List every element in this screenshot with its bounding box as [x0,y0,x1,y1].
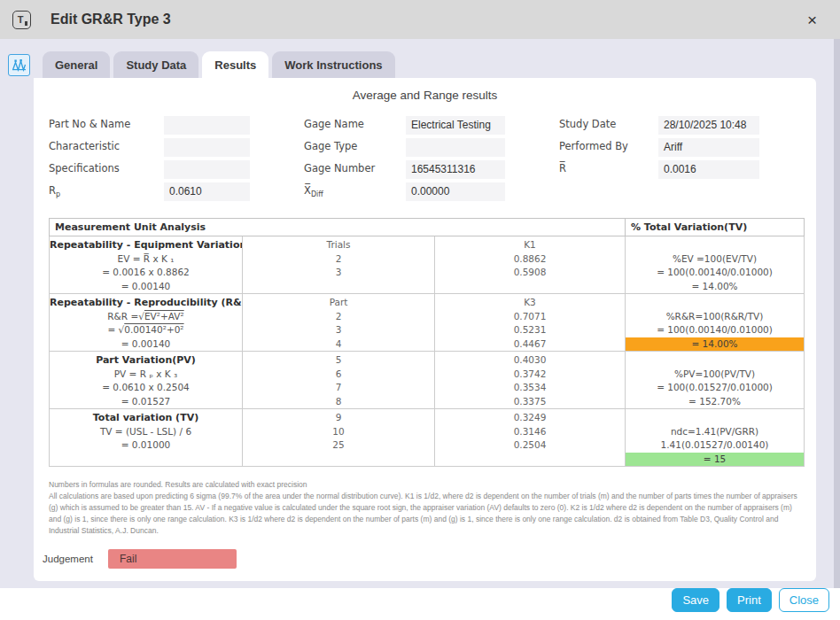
line: ndc=1.41(PV/GRR) [626,425,804,439]
measurement-analysis-table: Measurement Unit Analysis % Total Variat… [49,218,805,467]
part-no-field [164,116,250,135]
line: 0.3146 [435,425,625,439]
header-measurement-unit-analysis: Measurement Unit Analysis [50,219,626,236]
line: K3 [435,296,625,310]
rr-percent-cell: %R&R=100(R&R/TV) = 100(0.00140/0.01000) … [626,294,805,352]
line: 5 [243,353,434,368]
xdiff-field: 0.00000 [406,182,505,201]
line: = 14.00% [626,280,804,294]
results-panel: Average and Range results Part No & Name… [34,78,816,581]
table-header-row: Measurement Unit Analysis % Total Variat… [50,219,805,236]
line [626,411,804,425]
field-gage-type: Gage Type [304,138,505,157]
characteristic-field [164,138,250,157]
line: Repeatability - Reproducibility (R&R) [50,296,242,310]
highlight-value-green: = 15 [626,453,804,467]
tab-work-instructions[interactable]: Work Instructions [272,51,394,78]
line: 10 [243,425,434,439]
line: = 0.00140 [50,337,242,352]
footer-actions: Save Print Close [672,588,829,612]
specifications-field [164,160,250,179]
footnotes: Numbers in formulas are rounded. Results… [49,479,804,537]
line: 2 [243,252,434,267]
line: Repeatability - Equipment Variation (EV) [50,238,242,252]
study-date-label: Study Date [559,118,658,132]
footnote-line1: Numbers in formulas are rounded. Results… [49,479,804,491]
tv-formula-cell: Total variation (TV) TV = (USL - LSL) / … [50,409,243,467]
close-icon[interactable]: × [807,12,817,28]
row-ev: Repeatability - Equipment Variation (EV)… [50,236,805,294]
line: 3 [243,323,434,337]
specifications-label: Specifications [49,162,164,176]
tab-bar: General Study Data Results Work Instruct… [43,51,395,78]
field-group-middle: Gage Name Electrical Testing Gage Type G… [304,116,505,205]
rbar-field: 0.0016 [658,160,759,179]
ev-trials-cell: Trials 2 3 [243,236,435,294]
section-title: Average and Range results [34,89,816,102]
field-specifications: Specifications [49,160,250,179]
dialog-body: General Study Data Results Work Instruct… [0,39,836,588]
line: = 0.01000 [50,438,242,453]
judgement-badge: Fail [108,549,237,569]
ev-k1-cell: K1 0.8862 0.5908 [435,236,626,294]
dialog-title: Edit GR&R Type 3 [51,12,171,27]
rr-formula-cell: Repeatability - Reproducibility (R&R) R&… [50,294,243,352]
line: 0.4030 [435,353,625,368]
line: = 152.70% [626,395,804,409]
line: Part [243,296,434,310]
line: Trials [243,238,434,252]
highlight-value-orange: = 14.00% [626,337,804,352]
tv-ndc-cell: ndc=1.41(PV/GRR) 1.41(0.01527/0.00140) =… [626,409,805,467]
field-gage-number: Gage Number 16545311316 [304,160,505,179]
line: = 0.0016 x 0.8862 [50,266,242,280]
field-rbar: R̅ 0.0016 [559,160,759,179]
field-performed-by: Performed By Ariff [559,138,759,157]
line: K1 [435,238,625,252]
judgement-row: Judgement Fail [43,549,816,569]
gage-number-label: Gage Number [304,162,406,176]
text-template-icon: T [12,11,31,29]
scrollbar[interactable] [834,39,840,588]
line [626,353,804,368]
line: 1.41(0.01527/0.00140) [626,438,804,453]
tab-study-data[interactable]: Study Data [113,51,198,78]
line: 8 [243,395,434,409]
row-rr: Repeatability - Reproducibility (R&R) R&… [50,294,805,352]
line: 0.2504 [435,438,625,453]
line [243,453,434,467]
rr-k3-cell: K3 0.7071 0.5231 0.4467 [435,294,626,352]
line: Part Variation(PV) [50,353,242,368]
performed-by-field: Ariff [658,138,759,157]
line: %R&R=100(R&R/TV) [626,310,804,324]
field-group-left: Part No & Name Characteristic Specificat… [49,116,250,205]
line: 0.5908 [435,266,625,280]
save-button[interactable]: Save [672,588,719,612]
row-tv: Total variation (TV) TV = (USL - LSL) / … [50,409,805,467]
tab-general[interactable]: General [43,51,110,78]
field-xdiff: X̅Diff 0.00000 [304,182,505,201]
tv-k3-cell: 0.3249 0.3146 0.2504 [435,409,626,467]
gage-number-field: 16545311316 [406,160,505,179]
line [243,280,434,294]
line: 0.5231 [435,323,625,337]
field-gage-name: Gage Name Electrical Testing [304,116,505,135]
print-button[interactable]: Print [727,588,772,612]
close-button[interactable]: Close [779,588,829,612]
row-pv: Part Variation(PV) PV = R ₚ x K ₃ = 0.06… [50,352,805,409]
waveform-chart-icon[interactable] [8,54,30,76]
field-group-right: Study Date 28/10/2025 10:48 Performed By… [559,116,759,182]
rbar-label: R̅ [559,162,658,176]
summary-fields: Part No & Name Characteristic Specificat… [34,116,816,208]
line: = 100(0.00140/0.01000) [626,323,804,337]
line: = 100(0.01527/0.01000) [626,381,804,395]
line: 9 [243,411,434,425]
line: %EV =100(EV/TV) [626,252,804,267]
pv-formula-cell: Part Variation(PV) PV = R ₚ x K ₃ = 0.06… [50,352,243,409]
part-no-label: Part No & Name [49,118,164,132]
header-total-variation: % Total Variation(TV) [626,219,805,236]
text-template-icon-letter: T [18,15,24,25]
line [435,280,625,294]
waveform-chart-glyph [12,59,27,72]
line: = 0.00140 [50,280,242,294]
tab-results[interactable]: Results [202,51,268,78]
